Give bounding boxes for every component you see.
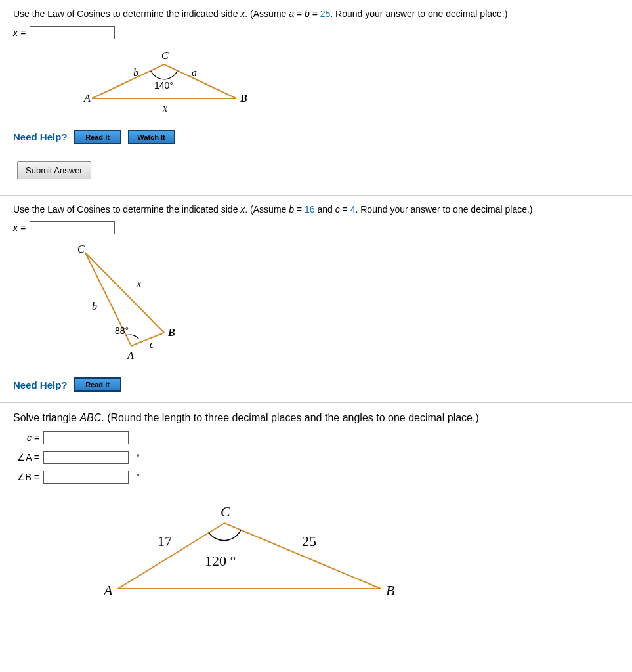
label-A: A [127, 350, 134, 361]
question-1: Use the Law of Cosines to determine the … [0, 0, 632, 196]
label-B: B [386, 582, 394, 598]
q3-angle-B-input[interactable] [43, 471, 129, 484]
question-2: Use the Law of Cosines to determine the … [0, 196, 632, 404]
text: Use the Law of Cosines to determine the … [13, 9, 240, 19]
q3-angle-A-input[interactable] [43, 451, 129, 464]
text: . (Assume [245, 204, 289, 215]
text: b [289, 204, 294, 215]
text: . Round your answer to one decimal place… [355, 204, 532, 215]
angle-A-label: ∠A = [13, 452, 39, 463]
q1-submit-wrap: Submit Answer [13, 158, 95, 183]
degree-symbol: ° [137, 453, 140, 462]
label-side-c: c [150, 339, 154, 350]
need-help-label: Need Help? [13, 379, 68, 390]
text: ABC [79, 412, 101, 423]
text: 16 [305, 204, 315, 215]
read-it-button[interactable]: Read It [74, 377, 121, 392]
angle-B-label: ∠B = [13, 472, 39, 482]
q3-triangle-svg: A B C 17 25 120 ° [92, 490, 407, 608]
label-angle-88: 88° [115, 326, 129, 336]
q2-prompt: Use the Law of Cosines to determine the … [13, 203, 619, 217]
text: . (Round the length to three decimal pla… [101, 412, 478, 423]
q3-B-row: ∠B = ° [13, 471, 619, 484]
text: . (Assume [245, 9, 289, 19]
text: . Round your answer to one decimal place… [330, 9, 507, 19]
label-side-b: b [133, 67, 138, 78]
q1-answer-row: x = [13, 26, 619, 39]
q2-x-input[interactable] [30, 221, 115, 234]
text: = [310, 9, 320, 19]
q1-help-row: Need Help? Read It Watch It [13, 130, 619, 144]
text: 25 [320, 9, 331, 19]
x-label: x = [13, 28, 26, 38]
q3-prompt: Solve triangle ABC. (Round the length to… [13, 411, 619, 425]
read-it-button[interactable]: Read It [74, 130, 121, 144]
label-angle-120: 120 ° [205, 553, 236, 569]
label-A: A [102, 582, 113, 598]
label-C: C [221, 503, 230, 520]
label-side-25: 25 [302, 533, 316, 549]
text: = [294, 204, 305, 215]
label-side-a: a [192, 67, 197, 78]
degree-symbol: ° [137, 472, 140, 482]
label-side-17: 17 [158, 533, 172, 549]
text: Use the Law of Cosines to determine the … [13, 204, 240, 215]
q3-figure: A B C 17 25 120 ° [92, 490, 619, 608]
label-side-x: x [136, 278, 141, 289]
q2-help-row: Need Help? Read It [13, 377, 619, 392]
q2-answer-row: x = [13, 221, 619, 234]
label-C: C [77, 243, 85, 255]
c-label: c = [13, 432, 39, 443]
q2-triangle-svg: C B A b x c 88° [53, 241, 210, 366]
label-side-x: x [162, 102, 167, 114]
q2-figure: C B A b x c 88° [53, 241, 619, 366]
watch-it-button[interactable]: Watch It [128, 130, 175, 144]
label-side-b: b [92, 301, 97, 312]
label-B: B [240, 93, 247, 104]
q1-prompt: Use the Law of Cosines to determine the … [13, 8, 619, 21]
label-B: B [167, 327, 175, 338]
text: c [335, 204, 340, 215]
question-3: Solve triangle ABC. (Round the length to… [0, 403, 632, 627]
text: = [340, 204, 350, 215]
q3-c-row: c = [13, 431, 619, 444]
q3-c-input[interactable] [43, 431, 129, 444]
text: Solve triangle [13, 412, 79, 423]
label-C: C [161, 50, 169, 61]
text: a [289, 9, 294, 19]
need-help-label: Need Help? [13, 131, 68, 142]
q1-triangle-svg: A B C b a x 140° [66, 46, 263, 118]
q1-figure: A B C b a x 140° [66, 46, 619, 118]
q3-A-row: ∠A = ° [13, 451, 619, 464]
label-A: A [83, 93, 91, 104]
submit-answer-button[interactable]: Submit Answer [17, 161, 91, 179]
q1-x-input[interactable] [30, 26, 115, 39]
label-angle-140: 140° [154, 80, 173, 91]
x-label: x = [13, 222, 26, 233]
text: and [315, 204, 335, 215]
text: b [305, 9, 310, 19]
text: = [294, 9, 305, 19]
